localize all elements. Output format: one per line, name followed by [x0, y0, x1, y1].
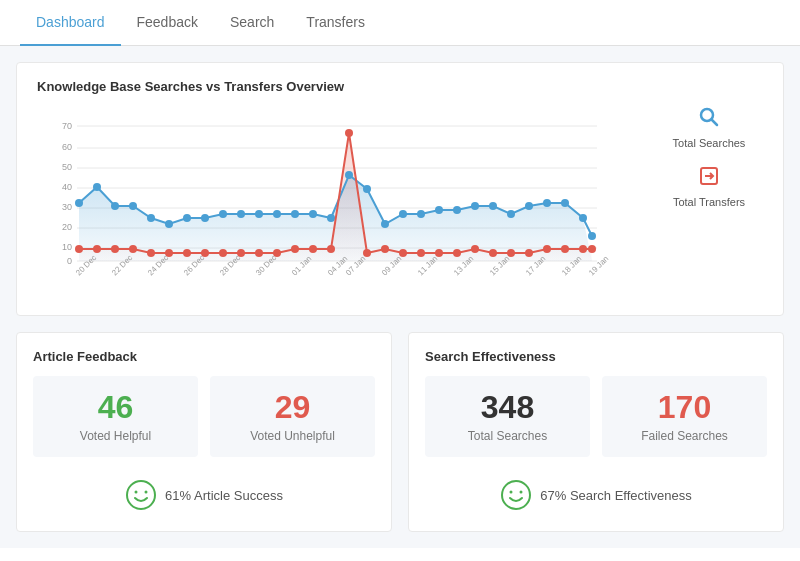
svg-point-52 — [147, 249, 155, 257]
svg-point-47 — [588, 232, 596, 240]
svg-point-54 — [183, 249, 191, 257]
search-effectiveness-footer: 67% Search Effectiveness — [425, 471, 767, 515]
total-searches-label: Total Searches — [435, 429, 580, 443]
svg-point-32 — [327, 214, 335, 222]
svg-point-99 — [135, 491, 138, 494]
svg-point-33 — [345, 171, 353, 179]
total-searches-number: 348 — [435, 390, 580, 425]
svg-point-26 — [219, 210, 227, 218]
svg-point-74 — [543, 245, 551, 253]
svg-point-41 — [489, 202, 497, 210]
app-container: Dashboard Feedback Search Transfers Know… — [0, 0, 800, 561]
tab-bar: Dashboard Feedback Search Transfers — [0, 0, 800, 46]
svg-point-42 — [507, 210, 515, 218]
chart-card: Knowledge Base Searches vs Transfers Ove… — [16, 62, 784, 316]
svg-text:70: 70 — [62, 121, 72, 131]
tab-search[interactable]: Search — [214, 0, 290, 46]
svg-text:60: 60 — [62, 142, 72, 152]
svg-point-35 — [381, 220, 389, 228]
svg-point-19 — [93, 183, 101, 191]
svg-point-37 — [417, 210, 425, 218]
svg-text:40: 40 — [62, 182, 72, 192]
svg-point-70 — [471, 245, 479, 253]
voted-helpful-label: Voted Helpful — [43, 429, 188, 443]
article-smiley-icon — [125, 479, 157, 511]
svg-point-77 — [588, 245, 596, 253]
svg-point-29 — [273, 210, 281, 218]
svg-point-43 — [525, 202, 533, 210]
failed-searches-number: 170 — [612, 390, 757, 425]
chart-title: Knowledge Base Searches vs Transfers Ove… — [37, 79, 763, 94]
voted-helpful-box: 46 Voted Helpful — [33, 376, 198, 457]
tab-feedback[interactable]: Feedback — [121, 0, 214, 46]
voted-unhelpful-box: 29 Voted Unhelpful — [210, 376, 375, 457]
legend-transfers: Total Transfers — [655, 165, 763, 208]
search-smiley-icon — [500, 479, 532, 511]
article-feedback-numbers: 46 Voted Helpful 29 Voted Unhelpful — [33, 376, 375, 457]
article-success-text: 61% Article Success — [165, 488, 283, 503]
svg-point-98 — [127, 481, 155, 509]
svg-point-30 — [291, 210, 299, 218]
voted-helpful-number: 46 — [43, 390, 188, 425]
tab-transfers[interactable]: Transfers — [290, 0, 381, 46]
svg-point-49 — [93, 245, 101, 253]
svg-point-36 — [399, 210, 407, 218]
svg-point-64 — [363, 249, 371, 257]
svg-point-71 — [489, 249, 497, 257]
svg-point-38 — [435, 206, 443, 214]
legend-transfers-label: Total Transfers — [673, 196, 745, 208]
svg-point-67 — [417, 249, 425, 257]
bottom-row: Article Feedback 46 Voted Helpful 29 Vot… — [16, 332, 784, 532]
search-effectiveness-title: Search Effectiveness — [425, 349, 767, 364]
svg-point-62 — [327, 245, 335, 253]
svg-line-95 — [712, 120, 718, 126]
voted-unhelpful-label: Voted Unhelpful — [220, 429, 365, 443]
article-feedback-title: Article Feedback — [33, 349, 375, 364]
svg-point-76 — [579, 245, 587, 253]
svg-point-73 — [525, 249, 533, 257]
svg-point-50 — [111, 245, 119, 253]
svg-point-40 — [471, 202, 479, 210]
svg-point-25 — [201, 214, 209, 222]
svg-point-28 — [255, 210, 263, 218]
svg-point-44 — [543, 199, 551, 207]
svg-text:10: 10 — [62, 242, 72, 252]
search-effectiveness-card: Search Effectiveness 348 Total Searches … — [408, 332, 784, 532]
svg-text:0: 0 — [67, 256, 72, 266]
failed-searches-box: 170 Failed Searches — [602, 376, 767, 457]
svg-point-21 — [129, 202, 137, 210]
svg-point-63 — [345, 129, 353, 137]
svg-point-68 — [435, 249, 443, 257]
svg-point-22 — [147, 214, 155, 222]
svg-point-72 — [507, 249, 515, 257]
total-searches-box: 348 Total Searches — [425, 376, 590, 457]
svg-point-103 — [520, 491, 523, 494]
svg-point-20 — [111, 202, 119, 210]
svg-point-46 — [579, 214, 587, 222]
svg-point-34 — [363, 185, 371, 193]
failed-searches-label: Failed Searches — [612, 429, 757, 443]
svg-point-61 — [309, 245, 317, 253]
svg-point-39 — [453, 206, 461, 214]
search-effectiveness-text: 67% Search Effectiveness — [540, 488, 692, 503]
chart-area: 70 60 50 40 30 20 10 0 — [37, 106, 763, 299]
svg-point-101 — [502, 481, 530, 509]
svg-point-23 — [165, 220, 173, 228]
search-effectiveness-numbers: 348 Total Searches 170 Failed Searches — [425, 376, 767, 457]
svg-point-48 — [75, 245, 83, 253]
article-success-footer: 61% Article Success — [33, 471, 375, 515]
svg-point-58 — [255, 249, 263, 257]
svg-point-56 — [219, 249, 227, 257]
voted-unhelpful-number: 29 — [220, 390, 365, 425]
search-legend-icon — [698, 106, 720, 133]
chart-svg: 70 60 50 40 30 20 10 0 — [37, 106, 617, 296]
svg-point-45 — [561, 199, 569, 207]
tab-dashboard[interactable]: Dashboard — [20, 0, 121, 46]
chart-svg-container: 70 60 50 40 30 20 10 0 — [37, 106, 643, 299]
article-feedback-card: Article Feedback 46 Voted Helpful 29 Vot… — [16, 332, 392, 532]
svg-point-24 — [183, 214, 191, 222]
svg-point-65 — [381, 245, 389, 253]
svg-point-102 — [510, 491, 513, 494]
chart-legend: Total Searches Total Transfers — [643, 106, 763, 208]
legend-searches: Total Searches — [655, 106, 763, 149]
